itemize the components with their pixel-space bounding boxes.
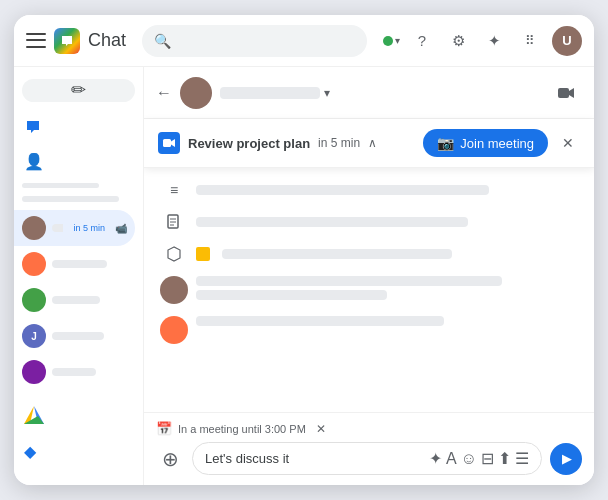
meeting-banner: Review project plan in 5 min ∧ 📷 Join me… (144, 119, 594, 168)
svg-marker-6 (171, 139, 175, 147)
msg-content-2 (196, 316, 578, 326)
meet-icon (158, 132, 180, 154)
settings-icon[interactable]: ⚙ (444, 27, 472, 55)
emoji-icon[interactable]: ☺ (461, 450, 477, 468)
sidebar-item-drive[interactable] (14, 398, 143, 434)
sidebar-skeleton-2 (22, 196, 119, 202)
meet-badge-icon: 📹 (115, 223, 127, 234)
help-icon[interactable]: ? (408, 27, 436, 55)
conv-name-skeleton-4 (52, 332, 104, 340)
chat-header-avatar (180, 77, 212, 109)
input-row: ⊕ Let's discuss it ✦ A ☺ ⊟ ⬆ ☰ (156, 442, 582, 475)
sidebar-item-conv-5[interactable] (14, 354, 135, 390)
svg-marker-4 (569, 88, 574, 98)
message-skeleton-1 (196, 185, 489, 195)
calendar-status-icon: 📅 (156, 421, 172, 436)
close-banner-button[interactable]: ✕ (556, 131, 580, 155)
top-bar: Chat 🔍 ▾ ? ⚙ ✦ ⠿ U (14, 15, 594, 67)
conv-avatar-4: J (22, 324, 46, 348)
conv-text-4 (52, 332, 127, 340)
sidebar-item-people[interactable]: 👤 (14, 144, 143, 179)
message-row-2 (160, 212, 578, 232)
sidebar-item-conv-1[interactable]: in 5 min 📹 (14, 210, 135, 246)
meeting-title: Review project plan (188, 136, 310, 151)
sidebar-item-conv-4[interactable]: J (14, 318, 135, 354)
status-chevron: ▾ (395, 35, 400, 46)
message-row-5 (160, 316, 578, 344)
conv-text-3 (52, 296, 127, 304)
video-call-button[interactable] (550, 77, 582, 109)
chat-header: ← ▾ (144, 67, 594, 119)
conv-avatar-3 (22, 288, 46, 312)
sidebar-item-chat[interactable] (14, 110, 143, 144)
main-content: ✏ 👤 in 5 min (14, 67, 594, 485)
search-bar[interactable]: 🔍 (142, 25, 367, 57)
conv-name-skeleton-5 (52, 368, 96, 376)
msg-avatar-2 (160, 316, 188, 344)
messages-area: ≡ (144, 168, 594, 412)
chat-name-skeleton (220, 87, 320, 99)
meeting-time: in 5 min (318, 136, 360, 150)
people-icon: 👤 (24, 152, 44, 171)
msg-line-1a (196, 276, 502, 286)
attachment-icon[interactable]: ⊟ (481, 449, 494, 468)
sidebar: ✏ 👤 in 5 min (14, 67, 144, 485)
app-title: Chat (88, 30, 126, 51)
conversations-section: in 5 min 📹 (14, 210, 143, 390)
chat-header-name-area: ▾ (220, 86, 542, 100)
message-row-4 (160, 276, 578, 304)
add-attachment-button[interactable]: ⊕ (156, 445, 184, 473)
format-text-icon[interactable]: A (446, 450, 457, 468)
calendar-icon: ◆ (24, 442, 36, 461)
hamburger-menu-icon[interactable] (26, 31, 46, 51)
message-input-box[interactable]: Let's discuss it ✦ A ☺ ⊟ ⬆ ☰ (192, 442, 542, 475)
status-indicator[interactable]: ▾ (383, 35, 400, 46)
app-window: Chat 🔍 ▾ ? ⚙ ✦ ⠿ U ✏ (14, 15, 594, 485)
upload-icon[interactable]: ⬆ (498, 449, 511, 468)
message-skeleton-3 (222, 249, 452, 259)
conv-avatar-1 (22, 216, 46, 240)
compose-button[interactable]: ✏ (22, 79, 135, 102)
sidebar-bottom-icons: ◆ (14, 390, 143, 477)
sparkle-input-icon[interactable]: ✦ (429, 449, 442, 468)
apps-icon[interactable]: ⠿ (516, 27, 544, 55)
chat-nav-icon (24, 118, 42, 136)
more-icon[interactable]: ☰ (515, 449, 529, 468)
input-toolbar-icons: ✦ A ☺ ⊟ ⬆ ☰ (429, 449, 529, 468)
meeting-status-close-icon[interactable]: ✕ (316, 422, 326, 436)
drive-icon (24, 406, 44, 426)
conv-avatar-2 (22, 252, 46, 276)
back-button[interactable]: ← (156, 84, 172, 102)
sidebar-item-calendar[interactable]: ◆ (14, 434, 143, 469)
top-bar-actions: ▾ ? ⚙ ✦ ⠿ U (383, 26, 582, 56)
message-input-text[interactable]: Let's discuss it (205, 451, 429, 466)
msg-line-1b (196, 290, 387, 300)
msg-avatar-1 (160, 276, 188, 304)
search-icon: 🔍 (154, 33, 171, 49)
chat-area: ← ▾ (144, 67, 594, 485)
status-dot (383, 36, 393, 46)
video-icon (557, 84, 575, 102)
conv-name-skeleton-2 (52, 260, 107, 268)
sparkle-icon[interactable]: ✦ (480, 27, 508, 55)
sidebar-skeleton-1 (22, 183, 99, 189)
chat-logo-icon (54, 28, 80, 54)
message-row-1: ≡ (160, 180, 578, 200)
sidebar-item-conv-2[interactable] (14, 246, 135, 282)
message-icon-2 (160, 214, 188, 230)
conv-avatar-5 (22, 360, 46, 384)
meeting-status-text: In a meeting until 3:00 PM (178, 423, 306, 435)
user-avatar[interactable]: U (552, 26, 582, 56)
conv-name-skeleton-3 (52, 296, 100, 304)
chat-header-chevron-icon[interactable]: ▾ (324, 86, 330, 100)
expand-banner-icon[interactable]: ∧ (368, 136, 377, 150)
meeting-status-bar: 📅 In a meeting until 3:00 PM ✕ (156, 421, 582, 436)
join-meeting-button[interactable]: 📷 Join meeting (423, 129, 548, 157)
sidebar-item-conv-3[interactable] (14, 282, 135, 318)
message-icon-3 (160, 246, 188, 262)
conv-text-2 (52, 260, 127, 268)
msg-content-1 (196, 276, 578, 300)
conv-text-5 (52, 368, 127, 376)
send-button[interactable] (550, 443, 582, 475)
conv-text-1 (52, 224, 63, 232)
